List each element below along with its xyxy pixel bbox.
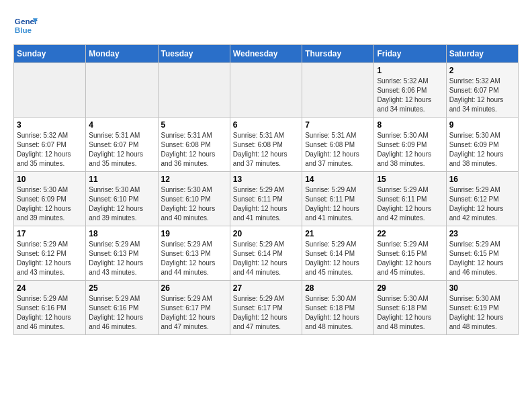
day-info: Sunrise: 5:30 AMSunset: 6:09 PMDaylight:… [17, 185, 83, 223]
day-number: 22 [377, 229, 443, 238]
day-info: Sunrise: 5:30 AMSunset: 6:19 PMDaylight:… [449, 294, 515, 332]
day-info: Sunrise: 5:29 AMSunset: 6:14 PMDaylight:… [233, 240, 299, 277]
day-number: 27 [233, 283, 299, 293]
calendar-cell-3-2: 19Sunrise: 5:29 AMSunset: 6:13 PMDayligh… [158, 226, 230, 281]
day-number: 28 [305, 283, 371, 293]
calendar-cell-0-3 [230, 63, 302, 118]
calendar-cell-2-5: 15Sunrise: 5:29 AMSunset: 6:11 PMDayligh… [374, 172, 446, 226]
day-info: Sunrise: 5:31 AMSunset: 6:07 PMDaylight:… [89, 131, 154, 169]
calendar-cell-2-3: 13Sunrise: 5:29 AMSunset: 6:11 PMDayligh… [230, 172, 302, 226]
day-number: 18 [89, 229, 154, 238]
day-info: Sunrise: 5:32 AMSunset: 6:07 PMDaylight:… [449, 77, 515, 114]
day-number: 3 [17, 120, 83, 130]
day-number: 4 [89, 120, 154, 130]
calendar-cell-1-5: 8Sunrise: 5:30 AMSunset: 6:09 PMDaylight… [374, 118, 446, 172]
calendar-cell-2-6: 16Sunrise: 5:29 AMSunset: 6:12 PMDayligh… [446, 172, 518, 226]
day-number: 2 [449, 66, 515, 75]
calendar-cell-1-0: 3Sunrise: 5:32 AMSunset: 6:07 PMDaylight… [14, 118, 86, 172]
day-number: 23 [449, 229, 515, 238]
day-info: Sunrise: 5:29 AMSunset: 6:16 PMDaylight:… [17, 294, 83, 332]
day-info: Sunrise: 5:29 AMSunset: 6:17 PMDaylight:… [233, 294, 299, 332]
weekday-header-tuesday: Tuesday [158, 45, 230, 63]
day-number: 29 [377, 283, 443, 293]
day-info: Sunrise: 5:32 AMSunset: 6:07 PMDaylight:… [17, 131, 83, 169]
calendar-cell-1-2: 5Sunrise: 5:31 AMSunset: 6:08 PMDaylight… [158, 118, 230, 172]
day-number: 16 [449, 175, 515, 184]
day-number: 24 [17, 283, 83, 293]
calendar-cell-3-0: 17Sunrise: 5:29 AMSunset: 6:12 PMDayligh… [14, 226, 86, 281]
day-info: Sunrise: 5:29 AMSunset: 6:17 PMDaylight:… [161, 294, 227, 332]
day-info: Sunrise: 5:30 AMSunset: 6:18 PMDaylight:… [377, 294, 443, 332]
day-info: Sunrise: 5:31 AMSunset: 6:08 PMDaylight:… [305, 131, 371, 169]
calendar-cell-2-2: 12Sunrise: 5:30 AMSunset: 6:10 PMDayligh… [158, 172, 230, 226]
day-number: 26 [161, 283, 227, 293]
weekday-header-saturday: Saturday [446, 45, 518, 63]
calendar-cell-4-0: 24Sunrise: 5:29 AMSunset: 6:16 PMDayligh… [14, 281, 86, 335]
calendar-cell-2-0: 10Sunrise: 5:30 AMSunset: 6:09 PMDayligh… [14, 172, 86, 226]
day-number: 25 [89, 283, 154, 293]
day-info: Sunrise: 5:29 AMSunset: 6:15 PMDaylight:… [449, 240, 515, 277]
weekday-header-sunday: Sunday [14, 45, 86, 63]
calendar-cell-0-6: 2Sunrise: 5:32 AMSunset: 6:07 PMDaylight… [446, 63, 518, 118]
calendar-cell-0-0 [14, 63, 86, 118]
day-number: 9 [449, 120, 515, 130]
calendar-cell-4-3: 27Sunrise: 5:29 AMSunset: 6:17 PMDayligh… [230, 281, 302, 335]
calendar-cell-1-4: 7Sunrise: 5:31 AMSunset: 6:08 PMDaylight… [302, 118, 374, 172]
weekday-header-thursday: Thursday [302, 45, 374, 63]
calendar-cell-3-1: 18Sunrise: 5:29 AMSunset: 6:13 PMDayligh… [86, 226, 158, 281]
svg-text:Blue: Blue [15, 26, 32, 34]
day-number: 8 [377, 120, 443, 130]
calendar-cell-4-5: 29Sunrise: 5:30 AMSunset: 6:18 PMDayligh… [374, 281, 446, 335]
day-info: Sunrise: 5:29 AMSunset: 6:14 PMDaylight:… [305, 240, 371, 277]
calendar-cell-3-5: 22Sunrise: 5:29 AMSunset: 6:15 PMDayligh… [374, 226, 446, 281]
day-info: Sunrise: 5:29 AMSunset: 6:11 PMDaylight:… [377, 185, 443, 223]
day-number: 17 [17, 229, 83, 238]
day-info: Sunrise: 5:29 AMSunset: 6:13 PMDaylight:… [89, 240, 154, 277]
day-number: 21 [305, 229, 371, 238]
day-info: Sunrise: 5:30 AMSunset: 6:18 PMDaylight:… [305, 294, 371, 332]
day-info: Sunrise: 5:31 AMSunset: 6:08 PMDaylight:… [233, 131, 299, 169]
day-info: Sunrise: 5:32 AMSunset: 6:06 PMDaylight:… [377, 77, 443, 114]
logo-icon: General Blue [13, 13, 38, 38]
calendar-cell-4-1: 25Sunrise: 5:29 AMSunset: 6:16 PMDayligh… [86, 281, 158, 335]
calendar-cell-1-3: 6Sunrise: 5:31 AMSunset: 6:08 PMDaylight… [230, 118, 302, 172]
day-number: 5 [161, 120, 227, 130]
calendar-cell-2-4: 14Sunrise: 5:29 AMSunset: 6:11 PMDayligh… [302, 172, 374, 226]
calendar-cell-3-3: 20Sunrise: 5:29 AMSunset: 6:14 PMDayligh… [230, 226, 302, 281]
day-number: 11 [89, 175, 154, 184]
day-number: 7 [305, 120, 371, 130]
weekday-header-monday: Monday [86, 45, 158, 63]
day-info: Sunrise: 5:30 AMSunset: 6:10 PMDaylight:… [89, 185, 154, 223]
day-number: 10 [17, 175, 83, 184]
day-info: Sunrise: 5:30 AMSunset: 6:09 PMDaylight:… [377, 131, 443, 169]
day-number: 20 [233, 229, 299, 238]
calendar-cell-4-4: 28Sunrise: 5:30 AMSunset: 6:18 PMDayligh… [302, 281, 374, 335]
day-info: Sunrise: 5:29 AMSunset: 6:12 PMDaylight:… [449, 185, 515, 223]
logo: General Blue [13, 13, 40, 38]
svg-text:General: General [15, 17, 38, 26]
day-number: 12 [161, 175, 227, 184]
calendar-cell-3-4: 21Sunrise: 5:29 AMSunset: 6:14 PMDayligh… [302, 226, 374, 281]
day-info: Sunrise: 5:29 AMSunset: 6:13 PMDaylight:… [161, 240, 227, 277]
day-info: Sunrise: 5:30 AMSunset: 6:10 PMDaylight:… [161, 185, 227, 223]
day-info: Sunrise: 5:30 AMSunset: 6:09 PMDaylight:… [449, 131, 515, 169]
day-number: 1 [377, 66, 443, 75]
page-header: General Blue [13, 13, 519, 38]
calendar-cell-4-6: 30Sunrise: 5:30 AMSunset: 6:19 PMDayligh… [446, 281, 518, 335]
calendar-table: SundayMondayTuesdayWednesdayThursdayFrid… [13, 44, 519, 335]
day-number: 6 [233, 120, 299, 130]
calendar-cell-0-1 [86, 63, 158, 118]
day-number: 30 [449, 283, 515, 293]
weekday-header-wednesday: Wednesday [230, 45, 302, 63]
calendar-cell-3-6: 23Sunrise: 5:29 AMSunset: 6:15 PMDayligh… [446, 226, 518, 281]
calendar-cell-2-1: 11Sunrise: 5:30 AMSunset: 6:10 PMDayligh… [86, 172, 158, 226]
day-info: Sunrise: 5:29 AMSunset: 6:11 PMDaylight:… [233, 185, 299, 223]
day-info: Sunrise: 5:29 AMSunset: 6:11 PMDaylight:… [305, 185, 371, 223]
day-info: Sunrise: 5:29 AMSunset: 6:12 PMDaylight:… [17, 240, 83, 277]
day-info: Sunrise: 5:31 AMSunset: 6:08 PMDaylight:… [161, 131, 227, 169]
calendar-cell-1-6: 9Sunrise: 5:30 AMSunset: 6:09 PMDaylight… [446, 118, 518, 172]
calendar-cell-4-2: 26Sunrise: 5:29 AMSunset: 6:17 PMDayligh… [158, 281, 230, 335]
day-number: 14 [305, 175, 371, 184]
day-number: 19 [161, 229, 227, 238]
day-info: Sunrise: 5:29 AMSunset: 6:16 PMDaylight:… [89, 294, 154, 332]
